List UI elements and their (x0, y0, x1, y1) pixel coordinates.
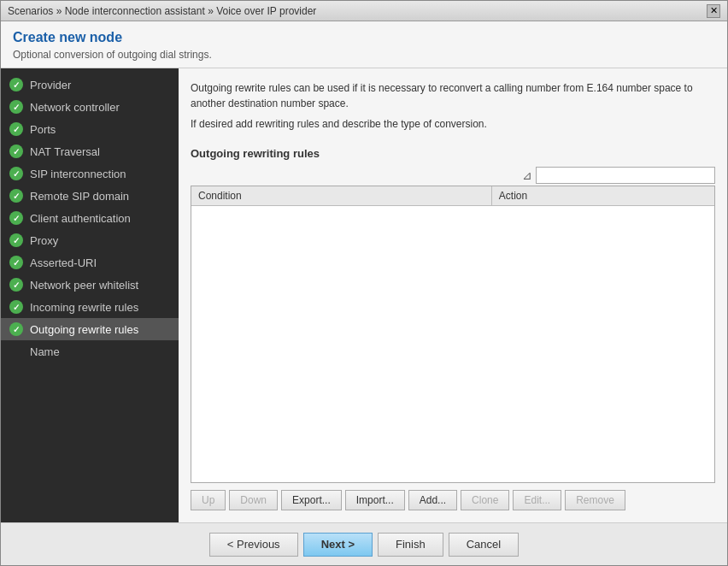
sidebar-item-network-peer-whitelist[interactable]: Network peer whitelist (1, 274, 179, 296)
column-condition: Condition (191, 186, 491, 206)
add-button[interactable]: Add... (408, 490, 457, 510)
section-title: Outgoing rewriting rules (191, 147, 715, 160)
sidebar-item-label-asserted-uri: Asserted-URI (30, 256, 97, 269)
up-button[interactable]: Up (191, 490, 226, 510)
remove-button[interactable]: Remove (565, 490, 625, 510)
sidebar-item-label-proxy: Proxy (30, 234, 58, 247)
finish-button[interactable]: Finish (378, 533, 443, 557)
sidebar-item-provider[interactable]: Provider (1, 74, 179, 96)
next-button[interactable]: Next > (303, 533, 373, 557)
content-area: ProviderNetwork controllerPortsNAT Trave… (1, 68, 727, 522)
close-button[interactable]: ✕ (707, 4, 720, 18)
sidebar-item-label-network-peer-whitelist: Network peer whitelist (30, 279, 138, 292)
description-text-1: Outgoing rewrite rules can be used if it… (191, 80, 715, 111)
sidebar-item-network-controller[interactable]: Network controller (1, 96, 179, 118)
sidebar-item-label-remote-sip-domain: Remote SIP domain (30, 190, 129, 203)
sidebar-item-label-client-authentication: Client authentication (30, 212, 131, 225)
page-subtitle: Optional conversion of outgoing dial str… (13, 49, 715, 61)
sidebar-item-name[interactable]: Name (1, 340, 179, 363)
sidebar-item-remote-sip-domain[interactable]: Remote SIP domain (1, 185, 179, 207)
sidebar-item-nat-traversal[interactable]: NAT Traversal (1, 140, 179, 162)
sidebar-item-client-authentication[interactable]: Client authentication (1, 207, 179, 229)
description-block: Outgoing rewrite rules can be used if it… (191, 80, 715, 137)
import-button[interactable]: Import... (345, 490, 405, 510)
page-title: Create new node (13, 30, 715, 45)
sidebar-item-label-sip-interconnection: SIP interconnection (30, 168, 126, 180)
sidebar-item-label-outgoing-rewrite-rules: Outgoing rewrite rules (30, 323, 138, 336)
export-button[interactable]: Export... (281, 490, 342, 510)
down-button[interactable]: Down (229, 490, 278, 510)
main-content: Outgoing rewrite rules can be used if it… (179, 68, 727, 522)
sidebar-item-ports[interactable]: Ports (1, 118, 179, 140)
edit-button[interactable]: Edit... (513, 490, 561, 510)
title-bar: Scenarios » Node interconnection assista… (1, 1, 727, 21)
sidebar-item-label-provider: Provider (30, 79, 71, 91)
sidebar-item-label-network-controller: Network controller (30, 101, 120, 114)
sidebar-item-sip-interconnection[interactable]: SIP interconnection (1, 162, 179, 185)
column-action: Action (491, 186, 714, 206)
cancel-button[interactable]: Cancel (449, 533, 519, 557)
sidebar-item-incoming-rewrite-rules[interactable]: Incoming rewrite rules (1, 296, 179, 318)
filter-row: ⊿ (191, 167, 715, 184)
rules-table-container: Condition Action (191, 186, 715, 483)
description-text-2: If desired add rewriting rules and descr… (191, 116, 715, 132)
sidebar-item-label-incoming-rewrite-rules: Incoming rewrite rules (30, 301, 138, 314)
clone-button[interactable]: Clone (461, 490, 509, 510)
table-actions: Up Down Export... Import... Add... Clone… (191, 490, 715, 510)
sidebar-item-outgoing-rewrite-rules[interactable]: Outgoing rewrite rules (1, 318, 179, 340)
sidebar-item-label-ports: Ports (30, 123, 56, 136)
rules-table: Condition Action (191, 186, 714, 206)
previous-button[interactable]: < Previous (209, 533, 298, 557)
sidebar: ProviderNetwork controllerPortsNAT Trave… (1, 68, 179, 522)
sidebar-item-label-nat-traversal: NAT Traversal (30, 145, 100, 158)
sidebar-item-label-name: Name (30, 345, 60, 358)
sidebar-item-proxy[interactable]: Proxy (1, 229, 179, 251)
header: Create new node Optional conversion of o… (1, 21, 727, 68)
filter-icon: ⊿ (522, 168, 532, 182)
filter-input[interactable] (536, 167, 715, 184)
sidebar-item-asserted-uri[interactable]: Asserted-URI (1, 251, 179, 274)
main-window: Scenarios » Node interconnection assista… (0, 0, 728, 566)
footer: < Previous Next > Finish Cancel (1, 522, 727, 565)
title-bar-text: Scenarios » Node interconnection assista… (8, 5, 316, 17)
